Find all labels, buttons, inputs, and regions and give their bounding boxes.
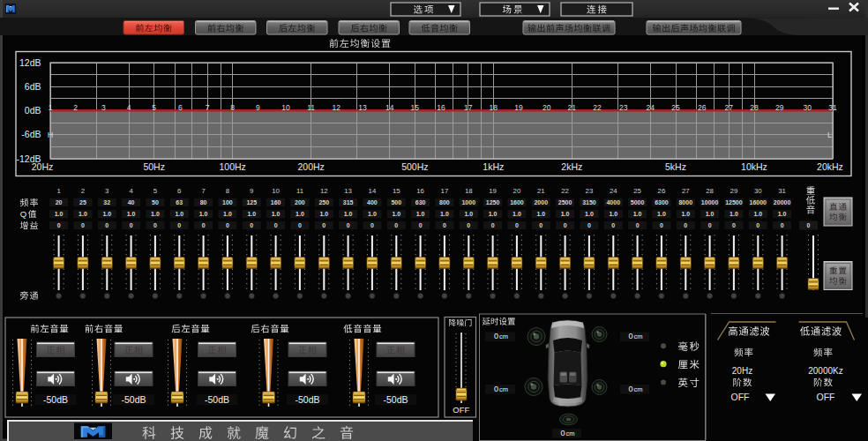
svg-text:2: 2	[73, 103, 78, 112]
svg-text:1.0: 1.0	[55, 211, 64, 217]
svg-text:1.0: 1.0	[392, 211, 400, 217]
svg-text:0: 0	[564, 222, 567, 228]
svg-text:1.0: 1.0	[416, 211, 425, 217]
svg-text:27: 27	[682, 187, 690, 195]
svg-text:200: 200	[295, 199, 305, 206]
svg-text:1.0: 1.0	[753, 211, 762, 217]
svg-text:0: 0	[394, 222, 398, 228]
svg-text:cm: cm	[499, 333, 508, 340]
svg-text:20kHz: 20kHz	[817, 161, 843, 172]
svg-text:7: 7	[206, 103, 210, 112]
svg-text:1.0: 1.0	[296, 211, 304, 217]
svg-text:0dB: 0dB	[25, 105, 41, 116]
svg-text:18: 18	[465, 187, 473, 195]
svg-text:1.0: 1.0	[706, 211, 715, 217]
svg-text:40: 40	[128, 199, 135, 206]
svg-text:1.0: 1.0	[368, 211, 377, 217]
svg-text:0: 0	[587, 222, 591, 228]
svg-text:5: 5	[153, 187, 158, 195]
svg-text:1.0: 1.0	[489, 211, 498, 217]
svg-text:OFF: OFF	[731, 392, 750, 402]
svg-text:1.0: 1.0	[319, 211, 328, 217]
svg-text:200Hz: 200Hz	[297, 161, 324, 172]
svg-text:17: 17	[464, 103, 473, 112]
svg-text:0: 0	[491, 222, 495, 228]
svg-text:29: 29	[730, 187, 738, 195]
svg-text:3150: 3150	[582, 199, 596, 206]
svg-text:0: 0	[250, 222, 253, 228]
svg-text:1.0: 1.0	[609, 211, 617, 217]
svg-text:1kHz: 1kHz	[483, 161, 504, 172]
svg-text:25: 25	[633, 187, 641, 195]
svg-text:20: 20	[56, 199, 63, 206]
svg-text:1.0: 1.0	[102, 211, 111, 217]
svg-text:6dB: 6dB	[25, 81, 41, 92]
svg-text:24: 24	[610, 187, 617, 195]
svg-text:cm: cm	[634, 385, 643, 393]
svg-text:-50dB: -50dB	[205, 394, 229, 405]
svg-text:0: 0	[781, 222, 784, 228]
svg-text:10kHz: 10kHz	[741, 161, 767, 172]
svg-text:12500: 12500	[725, 199, 743, 206]
svg-text:0: 0	[202, 222, 206, 228]
svg-text:80: 80	[200, 199, 207, 206]
svg-text:0: 0	[560, 429, 565, 437]
svg-text:1.0: 1.0	[199, 211, 208, 217]
svg-text:H: H	[48, 131, 54, 139]
svg-text:13: 13	[358, 103, 367, 112]
svg-text:0: 0	[708, 222, 712, 228]
svg-text:5kHz: 5kHz	[665, 161, 686, 172]
svg-text:0: 0	[130, 222, 133, 228]
svg-text:1.0: 1.0	[585, 211, 594, 217]
svg-text:cm: cm	[566, 430, 575, 437]
svg-text:11: 11	[307, 103, 315, 112]
svg-text:-50dB: -50dB	[43, 394, 68, 405]
svg-text:3: 3	[105, 187, 108, 195]
svg-text:0: 0	[756, 222, 760, 228]
svg-text:24: 24	[647, 103, 655, 112]
svg-text:1.0: 1.0	[536, 211, 545, 217]
svg-text:-50dB: -50dB	[121, 394, 146, 405]
svg-text:25: 25	[79, 199, 86, 206]
svg-text:23: 23	[586, 187, 594, 195]
svg-text:1.0: 1.0	[440, 211, 449, 217]
svg-text:20: 20	[542, 103, 551, 112]
svg-text:12dB: 12dB	[19, 57, 41, 68]
svg-text:50: 50	[152, 199, 159, 206]
svg-text:6: 6	[178, 103, 183, 112]
svg-text:1000: 1000	[461, 199, 475, 206]
svg-text:0: 0	[636, 222, 640, 228]
svg-text:0: 0	[177, 222, 181, 228]
svg-text:8: 8	[226, 187, 229, 195]
svg-text:cm: cm	[499, 385, 508, 393]
svg-text:2000: 2000	[534, 199, 548, 206]
svg-text:-50dB: -50dB	[383, 394, 408, 405]
svg-text:22: 22	[561, 187, 569, 195]
svg-text:9: 9	[256, 103, 260, 112]
svg-text:19: 19	[514, 103, 523, 112]
svg-text:20Hz: 20Hz	[732, 366, 752, 376]
svg-text:4: 4	[127, 103, 131, 112]
svg-text:1.0: 1.0	[344, 211, 353, 217]
svg-text:0: 0	[732, 222, 736, 228]
svg-text:6300: 6300	[655, 199, 669, 206]
svg-text:1.0: 1.0	[681, 211, 690, 217]
svg-text:16: 16	[416, 187, 424, 195]
svg-text:25: 25	[671, 103, 680, 112]
svg-text:1.0: 1.0	[151, 211, 160, 217]
svg-text:23: 23	[619, 103, 628, 112]
svg-text:10: 10	[272, 187, 280, 195]
svg-text:1.0: 1.0	[127, 211, 136, 217]
svg-text:0: 0	[807, 222, 811, 228]
svg-text:1: 1	[56, 187, 60, 195]
svg-text:1.0: 1.0	[633, 211, 642, 217]
svg-text:1.0: 1.0	[657, 211, 666, 217]
svg-text:16: 16	[437, 103, 445, 112]
svg-text:29: 29	[775, 103, 784, 112]
svg-text:L: L	[827, 131, 832, 139]
svg-text:2500: 2500	[558, 199, 572, 206]
svg-text:500Hz: 500Hz	[401, 161, 428, 172]
svg-text:1.0: 1.0	[79, 211, 87, 217]
svg-text:800: 800	[439, 199, 450, 206]
svg-text:0: 0	[370, 222, 374, 228]
